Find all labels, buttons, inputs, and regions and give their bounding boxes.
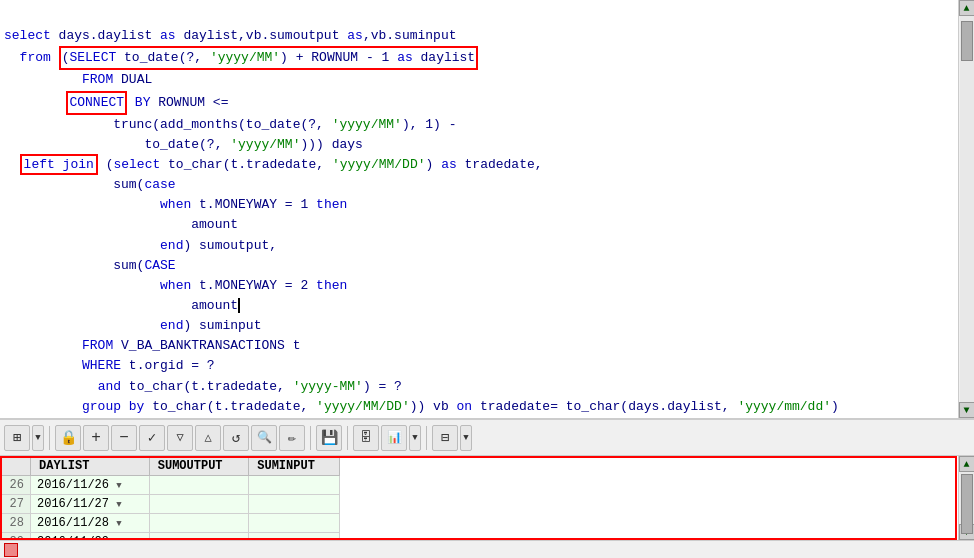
scroll-down-btn[interactable]: ▼	[959, 402, 975, 418]
sep1	[49, 426, 50, 450]
table-dropdown[interactable]: ▼	[460, 425, 472, 451]
results-table-wrapper[interactable]: DAYLIST SUMOUTPUT SUMINPUT 262016/11/26 …	[0, 456, 974, 540]
line-19: group by to_char(t.tradedate, 'yyyy/MM/D…	[4, 399, 839, 414]
cell-daylist: 2016/11/29 ▼	[31, 533, 150, 541]
table-row: 272016/11/27 ▼	[1, 495, 340, 514]
row-number: 29	[1, 533, 31, 541]
scroll-up-btn[interactable]: ▲	[959, 0, 975, 16]
results-scroll-track[interactable]	[960, 472, 974, 524]
remove-button[interactable]: −	[111, 425, 137, 451]
table-button[interactable]: ⊟	[432, 425, 458, 451]
row-number: 28	[1, 514, 31, 533]
cell-suminput	[249, 533, 340, 541]
scroll-track[interactable]	[960, 16, 974, 402]
line-9: when t.MONEYWAY = 1 then	[4, 197, 347, 212]
line-5: trunc(add_months(to_date(?, 'yyyy/MM'), …	[4, 117, 456, 132]
line-4: CONNECT BY ROWNUM <=	[4, 95, 228, 110]
col-rownum-header	[1, 457, 31, 476]
down-btn[interactable]: ▽	[167, 425, 193, 451]
line-18: and to_char(t.tradedate, 'yyyy-MM') = ?	[4, 379, 402, 394]
line-1: select days.daylist as daylist,vb.sumout…	[4, 28, 457, 43]
line-2: from (SELECT to_date(?, 'yyyy/MM') + ROW…	[4, 50, 478, 65]
pencil-button[interactable]: ✏	[279, 425, 305, 451]
date-dropdown[interactable]: ▼	[116, 519, 121, 529]
table-row: 282016/11/28 ▼	[1, 514, 340, 533]
refresh-button[interactable]: ↺	[223, 425, 249, 451]
status-indicator	[4, 543, 18, 557]
line-10: amount	[4, 217, 238, 232]
line-16: FROM V_BA_BANKTRANSACTIONS t	[4, 338, 300, 353]
line-6: to_date(?, 'yyyy/MM'))) days	[4, 137, 363, 152]
cell-suminput	[249, 476, 340, 495]
sql-scroll-area[interactable]: select days.daylist as daylist,vb.sumout…	[0, 0, 974, 418]
table-row: 262016/11/26 ▼	[1, 476, 340, 495]
col-daylist-header: DAYLIST	[31, 457, 150, 476]
cell-sumoutput	[149, 514, 249, 533]
line-17: WHERE t.orgid = ?	[4, 358, 215, 373]
results-table: DAYLIST SUMOUTPUT SUMINPUT 262016/11/26 …	[0, 456, 340, 540]
cell-daylist: 2016/11/27 ▼	[31, 495, 150, 514]
cell-sumoutput	[149, 533, 249, 541]
cell-suminput	[249, 514, 340, 533]
add-button[interactable]: +	[83, 425, 109, 451]
grid-dropdown[interactable]: ▼	[32, 425, 44, 451]
sep2	[310, 426, 311, 450]
chart-dropdown[interactable]: ▼	[409, 425, 421, 451]
grid-button[interactable]: ⊞	[4, 425, 30, 451]
sql-editor[interactable]: select days.daylist as daylist,vb.sumout…	[0, 0, 974, 420]
line-13: when t.MONEYWAY = 2 then	[4, 278, 347, 293]
cell-daylist: 2016/11/28 ▼	[31, 514, 150, 533]
results-scroll-thumb[interactable]	[961, 474, 973, 534]
chart-button[interactable]: 📊	[381, 425, 407, 451]
save-disk-button[interactable]: 💾	[316, 425, 342, 451]
toolbar: ⊞ ▼ 🔒 + − ✓ ▽ △ ↺ 🔍 ✏ 💾 🗄 📊 ▼ ⊟ ▼	[0, 420, 974, 456]
lock-button[interactable]: 🔒	[55, 425, 81, 451]
line-12: sum(CASE	[4, 258, 176, 273]
cell-daylist: 2016/11/26 ▼	[31, 476, 150, 495]
date-dropdown[interactable]: ▼	[116, 500, 121, 510]
results-scroll-up[interactable]: ▲	[959, 456, 975, 472]
editor-scrollbar[interactable]: ▲ ▼	[958, 0, 974, 418]
line-7: left join (select to_char(t.tradedate, '…	[4, 154, 543, 175]
cell-suminput	[249, 495, 340, 514]
sep3	[347, 426, 348, 450]
table-row: 292016/11/29 ▼	[1, 533, 340, 541]
line-11: end) sumoutput,	[4, 238, 277, 253]
status-bar	[0, 540, 974, 558]
date-dropdown[interactable]: ▼	[116, 481, 121, 491]
line-14: amount	[4, 298, 240, 313]
row-number: 26	[1, 476, 31, 495]
scroll-thumb[interactable]	[961, 21, 973, 61]
cell-sumoutput	[149, 495, 249, 514]
line-3: FROM DUAL	[4, 72, 152, 87]
up-btn[interactable]: △	[195, 425, 221, 451]
db-button[interactable]: 🗄	[353, 425, 379, 451]
row-number: 27	[1, 495, 31, 514]
date-dropdown[interactable]: ▼	[116, 538, 121, 540]
line-15: end) suminput	[4, 318, 261, 333]
confirm-button[interactable]: ✓	[139, 425, 165, 451]
line-8: sum(case	[4, 177, 176, 192]
sep4	[426, 426, 427, 450]
col-suminput-header: SUMINPUT	[249, 457, 340, 476]
cell-sumoutput	[149, 476, 249, 495]
results-scrollbar[interactable]: ▲ ▼	[958, 456, 974, 540]
search-button[interactable]: 🔍	[251, 425, 277, 451]
results-area: DAYLIST SUMOUTPUT SUMINPUT 262016/11/26 …	[0, 456, 974, 558]
sql-content: select days.daylist as daylist,vb.sumout…	[4, 6, 966, 418]
col-sumoutput-header: SUMOUTPUT	[149, 457, 249, 476]
